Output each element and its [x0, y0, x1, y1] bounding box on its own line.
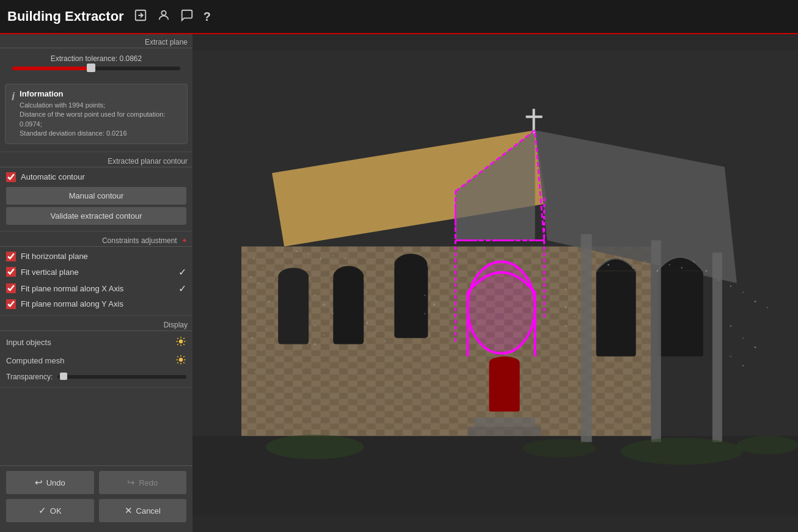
- svg-point-76: [332, 313, 334, 315]
- svg-point-91: [565, 307, 566, 308]
- svg-point-95: [621, 438, 743, 465]
- slider-fill: [12, 67, 91, 70]
- ok-button[interactable]: ✓ OK: [6, 499, 94, 522]
- constraint-row-1: Fit vertical plane ✓: [0, 264, 192, 280]
- svg-point-47: [245, 362, 246, 363]
- svg-point-80: [366, 292, 367, 293]
- svg-point-73: [742, 365, 744, 366]
- svg-point-72: [730, 356, 731, 357]
- svg-point-64: [718, 279, 719, 280]
- cancel-label: Cancel: [136, 506, 161, 516]
- automatic-contour-row: Automatic contour: [0, 170, 192, 184]
- redo-button[interactable]: ↪ Redo: [99, 471, 187, 494]
- svg-point-53: [332, 255, 334, 256]
- svg-point-46: [260, 350, 262, 351]
- tolerance-slider-container[interactable]: [6, 67, 186, 70]
- fit-horizontal-label: Fit horizontal plane: [21, 252, 88, 261]
- main-area: Extract plane Extraction tolerance: 0.08…: [0, 34, 798, 532]
- svg-point-70: [742, 338, 744, 339]
- extracted-contour-header: Extracted planar contour: [0, 153, 192, 167]
- fit-normal-y-label: Fit plane normal along Y Axis: [21, 299, 123, 308]
- svg-point-81: [375, 301, 376, 302]
- svg-rect-22: [489, 363, 519, 412]
- svg-point-2: [179, 340, 183, 343]
- fit-normal-y-checkbox[interactable]: [6, 299, 16, 309]
- fit-vertical-checkbox[interactable]: [6, 267, 16, 277]
- svg-point-49: [284, 255, 285, 256]
- svg-point-97: [737, 436, 798, 454]
- cancel-button[interactable]: ✕ Cancel: [99, 499, 187, 522]
- validate-contour-button[interactable]: Validate extracted contour: [6, 207, 186, 225]
- automatic-contour-checkbox[interactable]: [6, 172, 16, 182]
- extract-plane-header: Extract plane: [0, 34, 192, 48]
- computed-mesh-label: Computed mesh: [6, 356, 175, 365]
- svg-point-44: [265, 329, 266, 330]
- header: Building Extractor ?: [0, 0, 798, 34]
- svg-point-88: [424, 313, 425, 315]
- constraints-section: Constraints adjustment ✦ Fit horizontal …: [0, 233, 192, 316]
- svg-rect-98: [474, 418, 535, 427]
- chat-icon[interactable]: [180, 9, 194, 25]
- svg-point-54: [345, 258, 346, 259]
- svg-rect-33: [651, 240, 661, 442]
- svg-point-85: [384, 340, 386, 341]
- svg-point-96: [523, 439, 596, 457]
- svg-rect-28: [394, 264, 428, 338]
- redo-icon: ↪: [127, 477, 135, 488]
- input-objects-visibility-icon[interactable]: [175, 336, 186, 349]
- fit-vertical-label: Fit vertical plane: [21, 268, 79, 277]
- svg-point-94: [266, 435, 364, 459]
- display-header: Display: [0, 317, 192, 331]
- export-icon[interactable]: [134, 9, 147, 25]
- svg-point-87: [433, 304, 435, 305]
- svg-point-62: [694, 261, 695, 262]
- ok-label: OK: [50, 506, 62, 516]
- slider-track[interactable]: [12, 67, 180, 70]
- extracted-contour-section: Extracted planar contour Automatic conto…: [0, 153, 192, 231]
- svg-point-65: [730, 285, 731, 286]
- input-objects-label: Input objects: [6, 338, 175, 347]
- constraint-row-3: Fit plane normal along Y Axis: [0, 297, 192, 312]
- svg-point-40: [247, 292, 248, 293]
- svg-point-55: [607, 264, 609, 266]
- svg-point-25: [278, 268, 309, 286]
- info-title: Information: [20, 89, 181, 98]
- svg-point-38: [271, 270, 273, 271]
- redo-label: Redo: [139, 478, 158, 487]
- svg-point-86: [424, 295, 425, 296]
- svg-point-50: [296, 250, 297, 252]
- fit-normal-x-label: Fit plane normal along X Axis: [21, 284, 123, 293]
- svg-point-79: [314, 343, 316, 345]
- svg-rect-30: [596, 271, 636, 356]
- svg-point-69: [730, 325, 731, 326]
- svg-point-45: [252, 337, 254, 339]
- transparency-slider-thumb[interactable]: [60, 373, 67, 380]
- undo-label: Undo: [46, 478, 65, 487]
- fit-normal-x-checkbox[interactable]: [6, 283, 16, 293]
- fit-vertical-checkmark: ✓: [178, 266, 186, 278]
- computed-mesh-row: Computed mesh: [0, 352, 192, 370]
- transparency-row: Transparency:: [0, 370, 192, 384]
- computed-mesh-visibility-icon[interactable]: [175, 354, 186, 368]
- info-text: Calculation with 1994 points;Distance of…: [20, 101, 181, 139]
- viewport[interactable]: [192, 34, 798, 532]
- display-section: Display Input objects Computed mesh: [0, 317, 192, 388]
- info-box: i Information Calculation with 1994 poin…: [5, 84, 188, 144]
- svg-rect-34: [712, 252, 722, 442]
- manual-contour-button[interactable]: Manual contour: [6, 187, 186, 205]
- user-icon[interactable]: [157, 9, 170, 25]
- transparency-slider-track[interactable]: [57, 375, 186, 379]
- help-icon[interactable]: ?: [203, 10, 211, 24]
- svg-point-82: [384, 310, 386, 312]
- ok-check-icon: ✓: [38, 505, 46, 516]
- svg-point-29: [394, 253, 427, 275]
- undo-icon: ↩: [35, 477, 43, 488]
- undo-button[interactable]: ↩ Undo: [6, 471, 94, 494]
- fit-horizontal-checkbox[interactable]: [6, 252, 16, 261]
- extract-plane-content: Extraction tolerance: 0.0862: [0, 51, 192, 80]
- svg-point-68: [767, 307, 768, 308]
- svg-point-75: [323, 304, 325, 305]
- slider-thumb[interactable]: [87, 64, 95, 72]
- svg-point-48: [255, 371, 256, 373]
- svg-point-84: [375, 332, 376, 333]
